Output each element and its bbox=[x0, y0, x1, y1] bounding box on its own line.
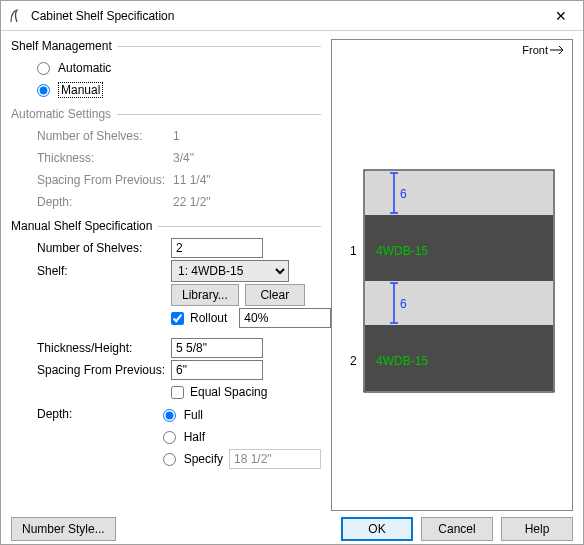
row-auto-num-shelves: Number of Shelves: 1 bbox=[11, 125, 321, 147]
input-rollout[interactable] bbox=[239, 308, 331, 328]
preview-front-label: Front bbox=[522, 44, 566, 56]
group-label: Automatic Settings bbox=[11, 107, 111, 121]
row-equal-spacing: Equal Spacing bbox=[11, 381, 321, 403]
dialog-window: Cabinet Shelf Specification ✕ Shelf Mana… bbox=[0, 0, 584, 545]
row-auto-thickness: Thickness: 3/4" bbox=[11, 147, 321, 169]
svg-rect-4 bbox=[365, 281, 553, 325]
label-auto-num-shelves: Number of Shelves: bbox=[37, 129, 171, 143]
select-shelf[interactable]: 1: 4WDB-15 bbox=[171, 260, 289, 282]
radio-depth-specify-row: Specify bbox=[163, 448, 321, 470]
row-shelf: Shelf: 1: 4WDB-15 bbox=[11, 259, 321, 283]
titlebar: Cabinet Shelf Specification ✕ bbox=[1, 1, 583, 31]
label-auto-thickness: Thickness: bbox=[37, 151, 171, 165]
group-header-shelf-management: Shelf Management bbox=[11, 39, 321, 53]
value-auto-depth: 22 1/2" bbox=[171, 195, 211, 209]
group-divider bbox=[117, 114, 321, 115]
label-thickness: Thickness/Height: bbox=[37, 341, 171, 355]
value-auto-num-shelves: 1 bbox=[171, 129, 180, 143]
close-icon: ✕ bbox=[555, 8, 567, 24]
close-button[interactable]: ✕ bbox=[538, 1, 583, 31]
radio-manual[interactable] bbox=[37, 84, 50, 97]
radio-depth-half[interactable] bbox=[163, 431, 176, 444]
group-divider bbox=[158, 226, 321, 227]
cancel-button[interactable]: Cancel bbox=[421, 517, 493, 541]
value-auto-spacing: 11 1/4" bbox=[171, 173, 211, 187]
label-depth: Depth: bbox=[37, 404, 163, 421]
radio-automatic-label[interactable]: Automatic bbox=[56, 61, 111, 75]
app-icon bbox=[9, 8, 25, 24]
checkbox-rollout[interactable] bbox=[171, 312, 184, 325]
label-num-shelves: Number of Shelves: bbox=[37, 241, 171, 255]
label-shelf: Shelf: bbox=[37, 264, 171, 278]
radio-automatic-row: Automatic bbox=[11, 57, 321, 79]
left-pane: Shelf Management Automatic Manual Automa… bbox=[11, 39, 321, 517]
label-auto-spacing: Spacing From Previous: bbox=[37, 173, 171, 187]
input-depth-specify bbox=[229, 449, 321, 469]
preview-index-2: 2 bbox=[350, 354, 357, 368]
preview-dim-1: 6 bbox=[400, 187, 407, 201]
window-title: Cabinet Shelf Specification bbox=[31, 9, 538, 23]
row-spacing: Spacing From Previous: bbox=[11, 359, 321, 381]
row-shelf-buttons: Library... Clear bbox=[11, 283, 321, 307]
preview-pane: Front bbox=[331, 39, 573, 511]
radio-manual-label[interactable]: Manual bbox=[56, 83, 103, 97]
group-label: Shelf Management bbox=[11, 39, 112, 53]
number-style-button[interactable]: Number Style... bbox=[11, 517, 116, 541]
footer: Number Style... OK Cancel Help bbox=[1, 517, 583, 545]
label-spacing: Spacing From Previous: bbox=[37, 363, 171, 377]
label-depth-half[interactable]: Half bbox=[182, 430, 205, 444]
radio-automatic[interactable] bbox=[37, 62, 50, 75]
svg-rect-2 bbox=[365, 171, 553, 215]
label-depth-full[interactable]: Full bbox=[182, 408, 203, 422]
radio-depth-full-row: Full bbox=[163, 404, 321, 426]
group-manual-spec: Manual Shelf Specification Number of She… bbox=[11, 219, 321, 471]
group-label: Manual Shelf Specification bbox=[11, 219, 152, 233]
group-automatic-settings: Automatic Settings Number of Shelves: 1 … bbox=[11, 107, 321, 213]
ok-button[interactable]: OK bbox=[341, 517, 413, 541]
row-depth: Depth: Full Half Specify bbox=[11, 403, 321, 471]
label-depth-specify[interactable]: Specify bbox=[182, 452, 223, 466]
radio-depth-half-row: Half bbox=[163, 426, 321, 448]
depth-options: Full Half Specify bbox=[163, 404, 321, 470]
library-button[interactable]: Library... bbox=[171, 284, 239, 306]
preview-label-1: 4WDB-15 bbox=[376, 244, 428, 258]
row-auto-depth: Depth: 22 1/2" bbox=[11, 191, 321, 213]
group-divider bbox=[118, 46, 321, 47]
row-num-shelves: Number of Shelves: bbox=[11, 237, 321, 259]
preview-label-2: 4WDB-15 bbox=[376, 354, 428, 368]
row-auto-spacing: Spacing From Previous: 11 1/4" bbox=[11, 169, 321, 191]
preview-svg: 6 6 1 2 4WDB-15 4WDB-15 bbox=[332, 40, 572, 510]
row-rollout: Rollout bbox=[11, 307, 321, 329]
checkbox-equal-spacing[interactable] bbox=[171, 386, 184, 399]
preview-index-1: 1 bbox=[350, 244, 357, 258]
radio-depth-full[interactable] bbox=[163, 409, 176, 422]
content-area: Shelf Management Automatic Manual Automa… bbox=[1, 31, 583, 517]
radio-depth-specify[interactable] bbox=[163, 453, 176, 466]
row-thickness: Thickness/Height: bbox=[11, 337, 321, 359]
radio-manual-row: Manual bbox=[11, 79, 321, 101]
input-num-shelves[interactable] bbox=[171, 238, 263, 258]
input-thickness[interactable] bbox=[171, 338, 263, 358]
label-auto-depth: Depth: bbox=[37, 195, 171, 209]
help-button[interactable]: Help bbox=[501, 517, 573, 541]
label-rollout[interactable]: Rollout bbox=[190, 311, 227, 325]
preview-dim-2: 6 bbox=[400, 297, 407, 311]
input-spacing[interactable] bbox=[171, 360, 263, 380]
value-auto-thickness: 3/4" bbox=[171, 151, 194, 165]
label-equal-spacing[interactable]: Equal Spacing bbox=[190, 385, 267, 399]
group-shelf-management: Shelf Management Automatic Manual bbox=[11, 39, 321, 101]
clear-button[interactable]: Clear bbox=[245, 284, 305, 306]
group-header-manual-spec: Manual Shelf Specification bbox=[11, 219, 321, 233]
group-header-automatic-settings: Automatic Settings bbox=[11, 107, 321, 121]
